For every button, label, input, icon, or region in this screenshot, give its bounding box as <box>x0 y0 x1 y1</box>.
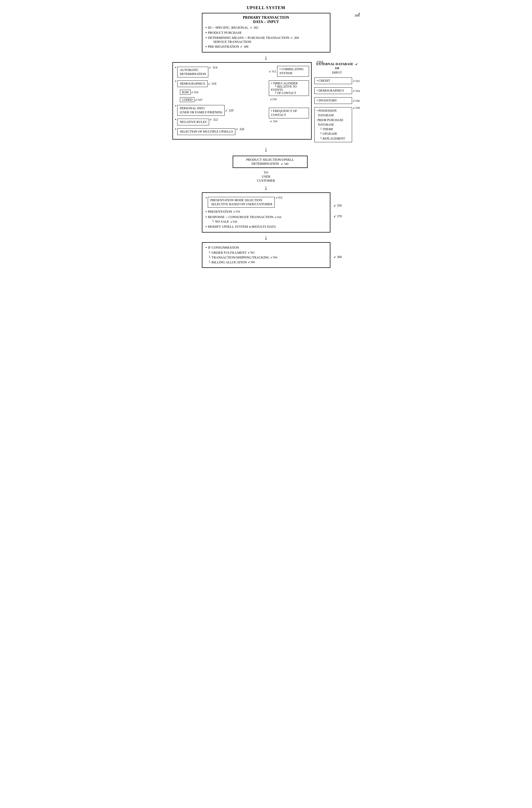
ref-arrow-302: ↙ <box>250 26 252 29</box>
ref-318: ↙318 <box>270 97 277 101</box>
ref-332: 332 <box>355 79 360 82</box>
ref-368: 368 <box>250 260 255 263</box>
fulfillment-box: ↙ 360 • IF CONSUMMATION └ ORDER FULFILLM… <box>202 242 330 268</box>
ref-340: 340 <box>284 162 289 165</box>
ref-arrow-316p: ↙ <box>191 91 194 94</box>
ref-360: 360 <box>337 255 342 259</box>
ref-arrow-326: ↙ <box>236 127 238 131</box>
freq-contact-group: • FREQUENCY OF CONTACT ↙ 324 <box>269 107 309 123</box>
ref-arrow-334: ↙ <box>353 89 355 92</box>
ref-arrow-338: ↙ <box>353 106 355 110</box>
ref-360-container: ↙ 360 <box>334 255 342 259</box>
ref-316pp: 316'' <box>197 98 203 101</box>
multiple-upsells-box: SELECTION OF MULTIPLE UPSELLS <box>177 128 235 135</box>
bullet-icon: • <box>206 26 207 30</box>
demographics-box: DEMOGRAPHICS <box>177 80 208 87</box>
ref-302: 302 <box>253 26 259 30</box>
order-fulfillment-prefix: └ <box>208 251 211 255</box>
ref-370-container: ↙ 370 <box>334 214 342 218</box>
id-item: • ID -- SPECIFIC, REGIONAL ↙ 302 <box>206 26 327 30</box>
bullet-icon: • <box>206 210 207 214</box>
multiple-upsells-item: • SELECTION OF MULTIPLE UPSELLS ↙ 326 <box>175 127 267 136</box>
ref-arrow-304: ↙ <box>290 36 293 39</box>
no-sale-text: NO SALE <box>215 220 229 224</box>
bullet-icon: • <box>206 45 207 49</box>
product-sel-wrapper: PRODUCT SELECTION/UPSELLDETERMINATION ↙ … <box>180 154 360 170</box>
ref-arrow-340: ↙ <box>281 162 283 165</box>
correlating-system-item: ↙ 312 • CORRELATING SYSTEM <box>269 65 309 78</box>
product-sel-box: PRODUCT SELECTION/UPSELLDETERMINATION ↙ … <box>233 155 308 168</box>
freq-contact-box: • FREQUENCY OF CONTACT <box>269 108 309 118</box>
ref-338: 338 <box>355 106 360 109</box>
ref-350-container: ↙ 350 <box>334 204 342 208</box>
presentation-box: ↙ 350 ↙ 370 • PRESENTATION MODE SELECTIO… <box>202 192 330 233</box>
pre-registration-text: PRE-REGISTRATION <box>208 45 239 49</box>
time-calendar-box: • TIME/CALENDER └ RELATIVE TO EVENTS └ O… <box>269 80 309 96</box>
response-item: • RESPONSE -- CONSUMATE TRANSACTION ↙ 35… <box>206 215 327 224</box>
ext-demographics-box: • DEMOGRAPHICS <box>314 87 352 94</box>
ref-330: 330 <box>335 67 339 70</box>
consummation-text: IF CONSUMMATION <box>208 246 239 250</box>
response-group: RESPONSE -- CONSUMATE TRANSACTION ↙ 356 … <box>208 215 281 224</box>
ref-arrow-314: ↙ <box>209 66 211 69</box>
ref-370: 370 <box>337 214 342 218</box>
demographics-item: • DEMOGRAPHICS ↙ 316 RAW ↙ 316' <box>175 79 267 103</box>
to-user-label: TO USER CUSTOMER <box>172 171 360 183</box>
ref-arrow-356: ↙ <box>274 215 277 219</box>
ref-arrow-324: ↙ <box>270 120 272 123</box>
time-calendar-item: • TIME/CALENDER └ RELATIVE TO EVENTS └ O… <box>269 79 309 101</box>
middle-main-box: ↗ 310 • AUTOMATICDETERMINATION ↙ 314 <box>172 62 312 140</box>
presentation-section: ↙ 350 ↙ 370 • PRESENTATION MODE SELECTIO… <box>172 192 360 233</box>
modify-upsell-text: MODIFY UPSELL SYSTEM w/RESULTS DATA <box>208 225 276 229</box>
ref-322: 322 <box>213 117 218 122</box>
ref-arrow-332: ↙ <box>353 79 355 82</box>
pres-mode-item: • PRESENTATION MODE SELECTION SELECTIVE … <box>206 196 327 209</box>
bullet-icon: • <box>175 104 176 108</box>
ref-arrow-362: ↙ <box>248 251 250 254</box>
ext-db-title: EXTERNAL DATABASE ↙ 330 <box>314 62 360 70</box>
two-col-layout: • AUTOMATICDETERMINATION ↙ 314 • DEMOGRA… <box>175 65 309 137</box>
bullet-icon: • <box>175 127 176 131</box>
order-fulfillment-item: └ ORDER FULFILLMENT ↙ 362 <box>208 251 327 255</box>
personal-info-group: PERSONAL INFO(USER OR FAMILY/FRIENDS) ↙ … <box>177 104 233 117</box>
ref-326: 326 <box>239 127 244 131</box>
ref-364: 364 <box>273 256 278 259</box>
ref-336: 336 <box>355 99 360 102</box>
product-purchase-text: PRODUCT PURCHASE <box>208 31 242 35</box>
ref-arrow-322: ↙ <box>210 117 212 121</box>
fulfillment-section: ↙ 360 • IF CONSUMMATION └ ORDER FULFILLM… <box>172 242 360 268</box>
ref-arrow-306: ↙ <box>240 45 243 48</box>
credit-box: • CREDIT <box>314 77 352 84</box>
credit-item: • CREDIT ↙ 332 <box>314 76 360 85</box>
ref-arrow-354: ↙ <box>233 210 235 213</box>
arrow-down-4: ↓ <box>172 234 360 241</box>
ref-334: 334 <box>355 89 360 92</box>
ref-350: 350 <box>337 204 342 207</box>
arrow-down-2: ↓ <box>172 146 360 152</box>
ref-362: 362 <box>250 251 254 254</box>
ref-312: 312 <box>272 70 276 73</box>
inventory-box: • INVENTORY <box>314 97 352 104</box>
no-sale-prefix: └ <box>211 220 214 224</box>
page: 300 ↗ UPSELL SYSTEM PRIMARY TRANSACTION … <box>172 5 360 268</box>
billing-allocation-item: └ BILLING ALLOCATION ↙ 368 <box>208 260 327 264</box>
bullet-icon: • <box>206 215 207 219</box>
ref-316p: 316' <box>194 91 198 94</box>
order-fulfillment-text: ORDER FULFILLMENT <box>211 251 247 255</box>
freq-contact-item: • FREQUENCY OF CONTACT ↙ 324 <box>269 107 309 123</box>
auto-det-item: • AUTOMATICDETERMINATION ↙ 314 <box>175 66 267 78</box>
ref-arrow-352: ↙ <box>276 196 278 199</box>
ref-arrow-320: ↙ <box>225 109 228 112</box>
possession-db-box: • POSSESSION DATABASE PRIOR PURCHASE DAT… <box>314 107 352 142</box>
right-column: ↙ 312 • CORRELATING SYSTEM • TIME/CALEND… <box>269 65 309 137</box>
ref-arrow-350: ↙ <box>334 204 336 207</box>
inventory-item: • INVENTORY ↙ 336 <box>314 96 360 105</box>
time-calendar-group: • TIME/CALENDER └ RELATIVE TO EVENTS └ O… <box>269 79 309 101</box>
ref-306: 306 <box>244 45 248 49</box>
ref-arrow-316: ↙ <box>208 82 210 86</box>
ref-354: 354 <box>235 210 240 213</box>
ref-352: 352 <box>278 196 283 199</box>
pres-mode-box: PRESENTATION MODE SELECTION SELECTIVE BA… <box>208 197 275 208</box>
personal-info-box: PERSONAL INFO(USER OR FAMILY/FRIENDS) <box>177 105 225 116</box>
bullet-icon: • <box>206 246 207 250</box>
